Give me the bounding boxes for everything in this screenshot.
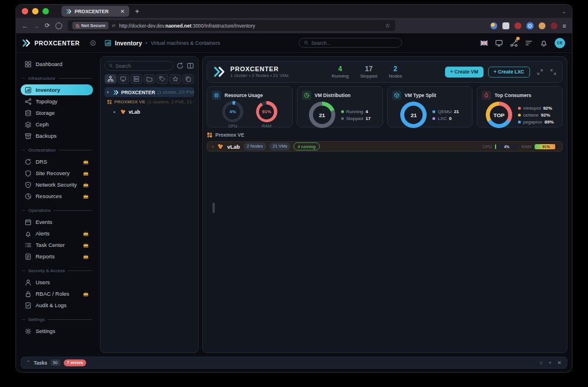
- pool-view-button[interactable]: [182, 74, 194, 84]
- zoom-window-button[interactable]: [42, 8, 49, 14]
- sidebar-item[interactable]: Reports: [21, 251, 93, 262]
- sidebar-item[interactable]: Resources: [21, 191, 93, 202]
- sidebar-item[interactable]: Events: [21, 216, 93, 227]
- close-window-button[interactable]: [22, 8, 28, 14]
- sidebar-item[interactable]: DRS: [21, 156, 93, 167]
- search-icon: [109, 63, 113, 68]
- sidebar-item[interactable]: Settings: [21, 326, 93, 336]
- sidebar-item[interactable]: Network Security: [21, 179, 93, 190]
- tree-row-group[interactable]: PROXMOX VE (1 clusters, 2 PVE, 21 VMs): [105, 97, 194, 107]
- ram-gauge-value: 91%: [259, 105, 274, 119]
- sidebar-item-icon: [25, 253, 32, 260]
- cpu-gauge: 4% CPU: [222, 101, 243, 129]
- proxcenter-app: PROXCENTER Inventory • Virtual machines …: [16, 33, 572, 372]
- tasks-refresh-icon[interactable]: ○: [540, 360, 543, 366]
- tasks-bar[interactable]: ⌃ Tasks 50 7 errors ○ + ✕: [21, 357, 567, 369]
- sidebar-item[interactable]: Users: [21, 277, 93, 288]
- tree-group-name: PROXMOX VE: [114, 99, 145, 105]
- chevron-up-icon[interactable]: ⌃: [26, 360, 30, 365]
- reload-button[interactable]: ⟳: [45, 22, 50, 29]
- tag-view-button[interactable]: [156, 74, 168, 84]
- sidebar-item[interactable]: RBAC / Roles: [21, 288, 93, 299]
- reader-icon[interactable]: ⇄: [112, 23, 116, 28]
- bell-icon[interactable]: [540, 39, 548, 47]
- sidebar-item[interactable]: Site Recovery: [21, 168, 93, 179]
- tree-view-button[interactable]: [105, 74, 117, 84]
- expand-icon[interactable]: [537, 69, 543, 75]
- layout-columns-icon[interactable]: [187, 62, 194, 69]
- sidebar-item[interactable]: Audit & Logs: [21, 300, 93, 311]
- sidebar-item-icon: [25, 302, 32, 309]
- user-avatar[interactable]: CE: [555, 38, 565, 48]
- sidebar-item[interactable]: Ceph: [21, 119, 93, 130]
- collapse-rows-icon[interactable]: [550, 69, 556, 75]
- tab-list-chevron-icon[interactable]: ⌄: [562, 9, 566, 14]
- console-icon[interactable]: [495, 39, 503, 47]
- sidebar-item[interactable]: Backups: [21, 130, 93, 141]
- tree-row-root[interactable]: ▾ PROXCENTER (1 cluster, 2/2 PVE, 21 VMs…: [105, 87, 194, 97]
- forward-button[interactable]: →: [33, 22, 40, 29]
- extension-icon-2[interactable]: [502, 22, 509, 29]
- sidebar-section-label: Orchestration: [22, 148, 92, 153]
- bookmark-star-icon[interactable]: ☆: [385, 22, 390, 29]
- nodes-status-icon[interactable]: [510, 39, 518, 47]
- sidebar-item[interactable]: Inventory: [21, 84, 93, 95]
- page-subtitle: Virtual machines & Containers: [150, 40, 220, 46]
- tasks-add-icon[interactable]: +: [548, 360, 551, 366]
- chevron-down-icon[interactable]: ▾: [107, 90, 111, 95]
- tab-title: PROXCENTER: [75, 9, 117, 14]
- tree-search-input[interactable]: [115, 63, 169, 69]
- panel-resize-handle[interactable]: [212, 203, 215, 213]
- chevron-right-icon[interactable]: ▸: [114, 110, 118, 114]
- language-flag-icon[interactable]: [480, 39, 488, 47]
- extension-icon-5[interactable]: [539, 22, 546, 29]
- sidebar-item-icon: [25, 219, 32, 226]
- new-tab-button[interactable]: +: [135, 7, 140, 16]
- url-bar[interactable]: Not Secure ⇄ http://docker-dev.dev.naone…: [68, 20, 395, 31]
- sidebar-section-label: Infrastructure: [22, 76, 92, 81]
- server-view-button[interactable]: [130, 74, 142, 84]
- cluster-row-vlab[interactable]: › vLab 2 Nodes21 VMs4 running CPU 4% RAM: [207, 141, 563, 152]
- folder-view-button[interactable]: [144, 74, 156, 84]
- tab-close-icon[interactable]: ✕: [120, 9, 125, 14]
- card-title: VM Distribution: [315, 92, 351, 98]
- back-button[interactable]: ←: [22, 22, 28, 29]
- tree-group-meta: (1 clusters, 2 PVE, 21 VMs): [148, 99, 194, 105]
- extension-icon-4[interactable]: [527, 22, 533, 29]
- sidebar-item[interactable]: Alerts: [21, 228, 93, 239]
- cluster-stat: 17 Stopped: [360, 65, 377, 79]
- global-search[interactable]: [299, 38, 402, 48]
- global-search-input[interactable]: [311, 40, 397, 46]
- cluster-stat: 2 Nodes: [389, 65, 402, 79]
- sidebar-item-label: Site Recovery: [36, 170, 69, 176]
- create-lxc-button[interactable]: + Create LXC: [488, 67, 530, 78]
- card-title: Resource Usage: [225, 92, 263, 98]
- task-list-icon[interactable]: [525, 39, 533, 47]
- window-controls[interactable]: [22, 8, 49, 14]
- sidebar: Dashboard Infrastructure Inventory: [16, 56, 96, 353]
- favorites-view-button[interactable]: [169, 74, 181, 84]
- sidebar-item[interactable]: Dashboard: [21, 59, 93, 69]
- shield-icon[interactable]: ◯: [55, 22, 62, 29]
- create-vm-button[interactable]: + Create VM: [445, 67, 483, 78]
- chevron-right-icon[interactable]: ›: [212, 144, 214, 149]
- menu-icon[interactable]: ≡: [563, 22, 566, 29]
- sidebar-item-label: DRS: [36, 158, 47, 165]
- sidebar-item[interactable]: Storage: [21, 107, 93, 118]
- cluster-name: PROXCENTER: [230, 65, 289, 73]
- tree-row-cluster[interactable]: ▸ vLab: [105, 107, 194, 117]
- tree-search[interactable]: [105, 61, 173, 71]
- vm-view-button[interactable]: [118, 74, 130, 84]
- sidebar-collapse-icon[interactable]: [90, 40, 96, 47]
- not-secure-badge[interactable]: Not Secure: [72, 22, 109, 29]
- sidebar-item[interactable]: Task Center: [21, 239, 93, 250]
- extension-icon-3[interactable]: [514, 22, 521, 29]
- refresh-icon[interactable]: [176, 62, 184, 69]
- tasks-close-icon[interactable]: ✕: [557, 360, 562, 366]
- extension-icon-6[interactable]: [551, 22, 558, 29]
- premium-crown-icon: [83, 242, 89, 248]
- minimize-window-button[interactable]: [32, 8, 38, 14]
- browser-tab[interactable]: PROXCENTER ✕: [61, 6, 129, 17]
- extension-icon-1[interactable]: [490, 22, 497, 29]
- sidebar-item[interactable]: Topology: [21, 96, 93, 107]
